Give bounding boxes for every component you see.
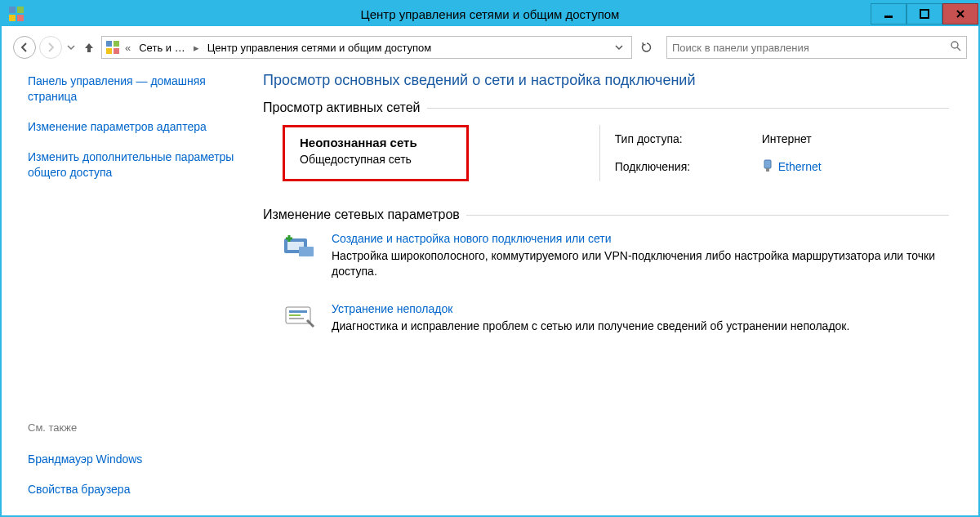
svg-rect-10 <box>106 48 112 54</box>
sidebar-link-home[interactable]: Панель управления — домашняя страница <box>28 74 247 105</box>
refresh-button[interactable] <box>635 36 658 59</box>
breadcrumb[interactable]: « Сеть и … ▸ Центр управления сетями и о… <box>101 36 632 59</box>
window-frame: Центр управления сетями и общим доступом <box>0 0 980 517</box>
sidebar-link-adapter[interactable]: Изменение параметров адаптера <box>28 119 247 135</box>
action-troubleshoot-desc: Диагностика и исправление проблем с сеть… <box>332 319 849 334</box>
access-type-value: Интернет <box>762 132 822 145</box>
action-new-connection: Создание и настройка нового подключения … <box>283 232 949 279</box>
network-name: Неопознанная сеть <box>300 136 417 149</box>
ethernet-icon <box>762 159 773 175</box>
svg-rect-4 <box>884 16 893 18</box>
troubleshoot-icon <box>283 304 317 330</box>
svg-rect-2 <box>9 15 16 21</box>
window-title: Центр управления сетями и общим доступом <box>2 7 978 21</box>
content-wrap: « Сеть и … ▸ Центр управления сетями и о… <box>8 33 972 509</box>
action-troubleshoot: Устранение неполадок Диагностика и испра… <box>283 302 949 334</box>
active-network-row: Неопознанная сеть Общедоступная сеть Тип… <box>283 125 949 181</box>
connection-link-ethernet[interactable]: Ethernet <box>762 159 822 175</box>
see-also-label: См. также <box>28 421 247 437</box>
new-connection-icon <box>283 234 317 260</box>
main-area: Панель управления — домашняя страница Из… <box>8 62 972 509</box>
breadcrumb-dropdown[interactable] <box>610 42 628 54</box>
access-type-label: Тип доступа: <box>615 132 746 145</box>
window-controls <box>871 3 978 25</box>
svg-rect-11 <box>114 48 119 54</box>
action-new-connection-link[interactable]: Создание и настройка нового подключения … <box>332 232 611 245</box>
connections-label: Подключения: <box>615 160 746 173</box>
svg-rect-18 <box>299 247 314 256</box>
search-input[interactable] <box>672 42 950 54</box>
connection-link-label: Ethernet <box>778 160 822 173</box>
svg-point-12 <box>951 42 958 48</box>
svg-rect-15 <box>766 168 769 172</box>
network-type: Общедоступная сеть <box>300 153 417 166</box>
content-pane: Просмотр основных сведений о сети и наст… <box>253 62 972 509</box>
svg-rect-3 <box>17 15 24 21</box>
chevron-left-icon: « <box>122 42 134 54</box>
svg-rect-1 <box>17 7 24 13</box>
active-networks-label: Просмотр активных сетей <box>263 100 421 115</box>
change-settings-section-header: Изменение сетевых параметров <box>263 207 949 222</box>
nav-history-dropdown[interactable] <box>65 43 77 51</box>
minimize-button[interactable] <box>871 3 906 25</box>
svg-rect-20 <box>289 310 307 313</box>
sidebar-link-firewall[interactable]: Брандмауэр Windows <box>28 452 247 467</box>
svg-rect-0 <box>9 7 16 13</box>
action-troubleshoot-link[interactable]: Устранение неполадок <box>332 302 452 315</box>
svg-rect-5 <box>920 10 929 18</box>
breadcrumb-seg-current[interactable]: Центр управления сетями и общим доступом <box>204 40 435 56</box>
sidebar-link-browser[interactable]: Свойства браузера <box>28 482 247 497</box>
chevron-right-icon: ▸ <box>190 42 203 54</box>
maximize-button[interactable] <box>906 3 942 25</box>
svg-rect-9 <box>114 41 119 47</box>
app-icon <box>8 6 24 22</box>
breadcrumb-seg-network[interactable]: Сеть и … <box>136 40 188 56</box>
close-button[interactable] <box>942 3 978 25</box>
sidebar-link-sharing[interactable]: Изменить дополнительные параметры общего… <box>28 149 247 181</box>
navbar: « Сеть и … ▸ Центр управления сетями и о… <box>8 33 972 62</box>
search-icon[interactable] <box>950 40 961 55</box>
sidebar: Панель управления — домашняя страница Из… <box>8 62 253 509</box>
page-heading: Просмотр основных сведений о сети и наст… <box>263 72 949 89</box>
svg-rect-21 <box>289 314 301 316</box>
svg-rect-22 <box>289 318 304 319</box>
svg-line-13 <box>957 47 960 51</box>
nav-back-button[interactable] <box>13 36 36 59</box>
active-networks-section-header: Просмотр активных сетей <box>263 100 949 115</box>
svg-rect-8 <box>106 41 112 47</box>
breadcrumb-icon <box>105 40 120 55</box>
nav-forward-button[interactable] <box>39 36 62 59</box>
divider <box>466 215 949 216</box>
action-new-connection-desc: Настройка широкополосного, коммутируемог… <box>332 248 949 279</box>
divider <box>427 108 950 109</box>
network-details: Тип доступа: Интернет Подключения: Ether… <box>599 125 822 181</box>
nav-up-button[interactable] <box>80 38 98 56</box>
search-box[interactable] <box>666 36 967 59</box>
network-box-highlight: Неопознанная сеть Общедоступная сеть <box>283 125 469 181</box>
change-settings-label: Изменение сетевых параметров <box>263 207 460 222</box>
titlebar[interactable]: Центр управления сетями и общим доступом <box>2 2 978 26</box>
svg-rect-14 <box>764 160 771 168</box>
